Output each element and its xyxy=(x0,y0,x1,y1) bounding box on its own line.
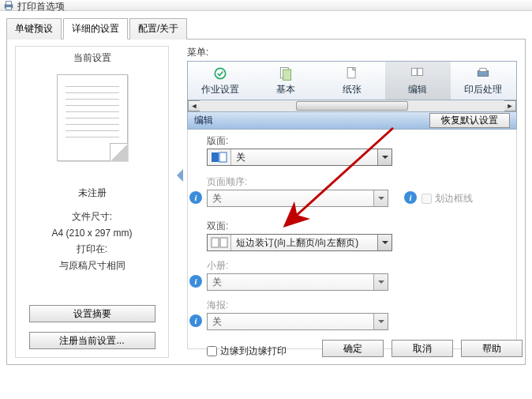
duplex-value: 短边装订(向上翻页/向左翻页) xyxy=(231,236,377,250)
svg-rect-8 xyxy=(418,68,423,75)
poster-label: 海报: xyxy=(207,299,510,312)
chevron-down-icon xyxy=(377,235,392,250)
toolbar-finishing[interactable]: 印后处理 xyxy=(451,62,516,100)
title-bar: 打印首选项 xyxy=(0,0,532,11)
duplex-combo-icon xyxy=(208,235,231,250)
collapse-indicator-icon[interactable] xyxy=(177,169,183,182)
scroll-left-icon[interactable]: ◄ xyxy=(188,100,200,111)
settings-summary-button[interactable]: 设置摘要 xyxy=(29,305,155,322)
cancel-button[interactable]: 取消 xyxy=(392,340,453,357)
svg-rect-5 xyxy=(283,70,291,80)
ok-button[interactable]: 确定 xyxy=(322,340,384,357)
paper-size-value: A4 (210 x 297 mm) xyxy=(16,225,168,241)
layout-label: 版面: xyxy=(207,134,510,148)
chevron-down-icon xyxy=(377,149,392,165)
svg-rect-11 xyxy=(212,152,219,162)
svg-rect-14 xyxy=(220,238,227,247)
edge-to-edge-input[interactable] xyxy=(207,346,217,356)
section-title: 编辑 xyxy=(194,114,213,127)
border-checkbox: 划边框线 xyxy=(421,192,473,205)
poster-value: 关 xyxy=(208,315,373,329)
menu-toolbar: 作业设置 基本 纸张 编辑 印后处理 xyxy=(187,61,517,100)
toolbar-scrollbar[interactable]: ◄ ► xyxy=(187,100,517,112)
svg-rect-10 xyxy=(480,68,486,71)
layout-value: 关 xyxy=(231,151,377,164)
page-order-combo: 关 xyxy=(207,190,388,207)
toolbar-paper[interactable]: 纸张 xyxy=(319,62,384,100)
svg-point-3 xyxy=(215,68,225,78)
page-preview-icon xyxy=(57,74,128,161)
toolbar-job[interactable]: 作业设置 xyxy=(188,62,253,100)
svg-rect-1 xyxy=(6,2,12,5)
page-order-label: 页面顺序: xyxy=(207,175,510,189)
chevron-down-icon xyxy=(373,190,388,206)
border-checkbox-input xyxy=(421,194,432,204)
booklet-label: 小册: xyxy=(207,259,510,273)
layout-combo[interactable]: 关 xyxy=(207,149,392,166)
layout-combo-icon xyxy=(208,149,231,165)
scroll-thumb[interactable] xyxy=(296,101,407,111)
tab-strip: 单键预设 详细的设置 配置/关于 xyxy=(6,17,526,40)
info-icon: i xyxy=(404,191,417,204)
restore-defaults-button[interactable]: 恢复默认设置 xyxy=(429,113,510,128)
info-icon: i xyxy=(189,275,202,288)
scroll-right-icon[interactable]: ► xyxy=(504,100,516,111)
current-settings-panel: 当前设置 未注册 文件尺寸: A4 (210 x 297 mm) 打印在: 与原… xyxy=(15,46,169,358)
svg-rect-2 xyxy=(6,7,12,10)
print-on-label: 打印在: xyxy=(16,241,168,257)
edit-form: 版面: 关 i 页面顺序: 关 i xyxy=(187,130,517,349)
help-button[interactable]: 帮助 xyxy=(461,340,523,357)
paper-size-label: 文件尺寸: xyxy=(16,209,168,224)
booklet-value: 关 xyxy=(208,276,373,289)
section-header: 编辑 恢复默认设置 xyxy=(187,112,517,130)
menu-label: 菜单: xyxy=(187,46,517,59)
printer-icon xyxy=(3,0,14,11)
svg-rect-13 xyxy=(212,238,219,247)
tab-preset[interactable]: 单键预设 xyxy=(6,18,62,40)
booklet-combo: 关 xyxy=(207,273,388,291)
poster-combo: 关 xyxy=(207,313,388,330)
svg-rect-7 xyxy=(411,68,417,75)
dialog-buttons: 确定 取消 帮助 xyxy=(322,340,523,357)
chevron-down-icon xyxy=(373,314,388,329)
print-on-value: 与原稿尺寸相同 xyxy=(16,258,168,273)
toolbar-basic[interactable]: 基本 xyxy=(253,62,319,100)
settings-info: 未注册 文件尺寸: A4 (210 x 297 mm) 打印在: 与原稿尺寸相同 xyxy=(16,185,168,273)
tab-detail[interactable]: 详细的设置 xyxy=(63,18,128,40)
info-icon: i xyxy=(189,191,202,204)
register-settings-button[interactable]: 注册当前设置... xyxy=(29,332,155,349)
current-settings-heading: 当前设置 xyxy=(16,47,168,68)
page-order-value: 关 xyxy=(208,192,373,205)
svg-rect-12 xyxy=(219,152,227,162)
edge-to-edge-checkbox[interactable]: 边缘到边缘打印 xyxy=(207,344,287,358)
unregistered-label: 未注册 xyxy=(16,185,168,201)
info-icon: i xyxy=(189,314,202,327)
tab-about[interactable]: 配置/关于 xyxy=(129,18,187,40)
toolbar-edit[interactable]: 编辑 xyxy=(385,62,451,100)
duplex-combo[interactable]: 短边装订(向上翻页/向左翻页) xyxy=(207,234,392,251)
duplex-label: 双面: xyxy=(207,220,510,233)
chevron-down-icon xyxy=(373,274,388,290)
